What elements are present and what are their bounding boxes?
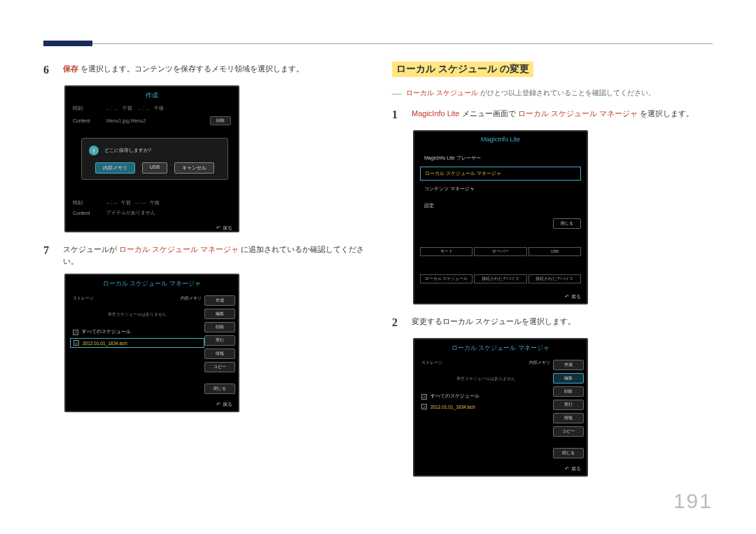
step-text: スケジュールが ローカル スケジュール マネージャ に追加されているか確認してく… [63, 242, 365, 267]
modal-question: どこに保存しますか? [104, 147, 151, 154]
status-row-2: ローカル スケジュール 接続されたデバイス 接続されたデバイス [420, 274, 581, 283]
note: ― ローカル スケジュール がひとつ以上登録されていることを確認してください。 [392, 88, 714, 98]
left-column: 6 保存 を選択します。コンテンツを保存するメモリ領域を選択します。 作成 時刻… [43, 62, 365, 422]
step-number: 2 [392, 314, 402, 331]
back-button[interactable]: 戻る [565, 294, 581, 299]
copy-button[interactable]: コピー [204, 362, 235, 372]
faded-time: 時刻 [73, 199, 101, 206]
storage-label: ストレージ [421, 360, 442, 366]
faded-content: アイテムがありません [106, 209, 155, 216]
keyword-magicinfo: MagicInfo Lite [412, 109, 459, 118]
save-modal: ! どこに保存しますか? 内部メモリ USB キャンセル [81, 138, 228, 180]
edit-button[interactable]: 編集 [553, 373, 584, 384]
checkbox-icon: ✓ [74, 340, 79, 346]
question-icon: ! [89, 146, 99, 155]
close-button[interactable]: 閉じる [553, 448, 584, 458]
step-number: 1 [392, 106, 402, 123]
right-column: ローカル スケジュール の変更 ― ローカル スケジュール がひとつ以上登録され… [392, 62, 714, 486]
keyword-lsm: ローカル スケジュール マネージャ [119, 245, 239, 253]
delete-button[interactable]: 削除 [204, 322, 235, 332]
keyword-ls: ローカル スケジュール [406, 89, 478, 97]
pm-label: 午後 [154, 105, 164, 112]
back-button[interactable]: 戻る [216, 225, 232, 230]
step-7: 7 スケジュールが ローカル スケジュール マネージャ に追加されているか確認し… [43, 242, 365, 267]
step-text: 変更するローカル スケジュールを選択します。 [412, 314, 714, 331]
list-item[interactable]: ✓2012.01.01_1834.lsch [70, 338, 204, 348]
checkbox-icon: ✓ [421, 394, 427, 400]
step-number: 7 [43, 242, 53, 267]
menu-item-player[interactable]: MagicInfo Lite プレーヤー [420, 152, 581, 164]
all-schedule-label: すべてのスケジュール [430, 393, 479, 400]
info-button[interactable]: 情報 [553, 413, 584, 423]
menu-item-content[interactable]: コンテンツ マネージャ [420, 183, 581, 195]
internal-memory-button[interactable]: 内部メモリ [95, 162, 135, 174]
step-text: MagicInfo Lite メニュー画面で ローカル スケジュール マネージャ… [412, 106, 714, 123]
create-button[interactable]: 作成 [553, 360, 584, 370]
step-1: 1 MagicInfo Lite メニュー画面で ローカル スケジュール マネー… [392, 106, 714, 123]
delete-button[interactable]: 削除 [553, 386, 584, 397]
panel-title: MagicInfo Lite [414, 132, 587, 146]
server-cell: サーバー [474, 247, 526, 256]
dash-icon: ― [392, 88, 402, 98]
status-cell: ローカル スケジュール [420, 274, 472, 283]
run-button[interactable]: 実行 [553, 400, 584, 410]
header-accent [43, 41, 92, 46]
step1-post: を選択します。 [638, 109, 694, 118]
create-button[interactable]: 作成 [204, 295, 235, 306]
time-label: 時刻 [73, 105, 101, 112]
step-2: 2 変更するローカル スケジュールを選択します。 [392, 314, 714, 331]
checkbox-icon: ✓ [73, 330, 78, 335]
copy-button[interactable]: コピー [553, 426, 584, 437]
back-button[interactable]: 戻る [565, 466, 581, 471]
time-row: 時刻 -- : -- 午前 -- : -- 午後 [66, 103, 238, 114]
menu-item-schedule[interactable]: ローカル スケジュール マネージャ [420, 167, 581, 181]
status-cell: 接続されたデバイス [474, 274, 526, 283]
mode-cell: モード [420, 247, 472, 256]
delete-pill-button[interactable]: 削除 [210, 116, 231, 125]
am-label: 午前 [122, 105, 132, 112]
step-6: 6 保存 を選択します。コンテンツを保存するメモリ領域を選択します。 [43, 62, 365, 78]
magicinfo-panel: MagicInfo Lite MagicInfo Lite プレーヤー ローカル… [413, 130, 588, 304]
list-item[interactable]: ✓すべてのスケジュール [419, 392, 553, 401]
cancel-button[interactable]: キャンセル [174, 162, 214, 174]
keyword-lsm: ローカル スケジュール マネージャ [518, 109, 638, 118]
list-item[interactable]: ✓2012.01.01_1834.lsch [419, 402, 553, 411]
content-value: Menu1.jpg,Menu2 [106, 118, 146, 123]
no-schedule-msg: 再生スケジュールはありません [419, 376, 553, 382]
keyword-save: 保存 [63, 64, 78, 73]
page-number: 191 [673, 489, 713, 513]
step-text: 保存 を選択します。コンテンツを保存するメモリ領域を選択します。 [63, 62, 365, 78]
panel-title: ローカル スケジュール マネージャ [66, 275, 238, 291]
schedule-file: 2012.01.01_1834.lsch [83, 341, 127, 346]
top-divider [43, 43, 713, 44]
status-cell: 接続されたデバイス [528, 274, 581, 283]
storage-label: ストレージ [73, 295, 94, 302]
close-button[interactable]: 閉じる [553, 218, 581, 229]
section-header: ローカル スケジュール の変更 [392, 62, 533, 77]
checkbox-icon: ✓ [421, 404, 427, 409]
all-schedule-label: すべてのスケジュール [82, 329, 131, 335]
note-text: がひとつ以上登録されていることを確認してください。 [478, 89, 655, 97]
step7-pre: スケジュールが [63, 245, 119, 253]
content-row: Content Menu1.jpg,Menu2 削除 [66, 114, 238, 127]
schedule-file: 2012.01.01_1834.lsch [430, 405, 475, 409]
back-button[interactable]: 戻る [216, 402, 232, 407]
step1-mid: メニュー画面で [459, 109, 517, 118]
close-button[interactable]: 閉じる [204, 384, 235, 394]
info-button[interactable]: 情報 [204, 349, 235, 359]
status-row-1: モード サーバー USB [420, 247, 581, 256]
panel-title: 作成 [66, 87, 238, 103]
schedule-manager-panel-2: ローカル スケジュール マネージャ ストレージ内部メモリ 再生スケジュールはあり… [413, 338, 588, 477]
run-button[interactable]: 実行 [204, 335, 235, 346]
menu-item-settings[interactable]: 設定 [420, 199, 438, 212]
list-item[interactable]: ✓すべてのスケジュール [70, 328, 204, 337]
no-schedule-msg: 再生スケジュールはありません [70, 311, 204, 318]
step-number: 6 [43, 62, 53, 78]
step6-tail: を選択します。コンテンツを保存するメモリ領域を選択します。 [78, 64, 304, 73]
usb-cell: USB [528, 247, 581, 256]
panel-title: ローカル スケジュール マネージャ [414, 339, 587, 356]
usb-button[interactable]: USB [142, 162, 167, 174]
edit-button[interactable]: 編集 [204, 309, 235, 319]
internal-label: 内部メモリ [529, 360, 550, 366]
schedule-manager-panel: ローカル スケジュール マネージャ ストレージ内部メモリ 再生スケジュールはあり… [64, 274, 239, 412]
